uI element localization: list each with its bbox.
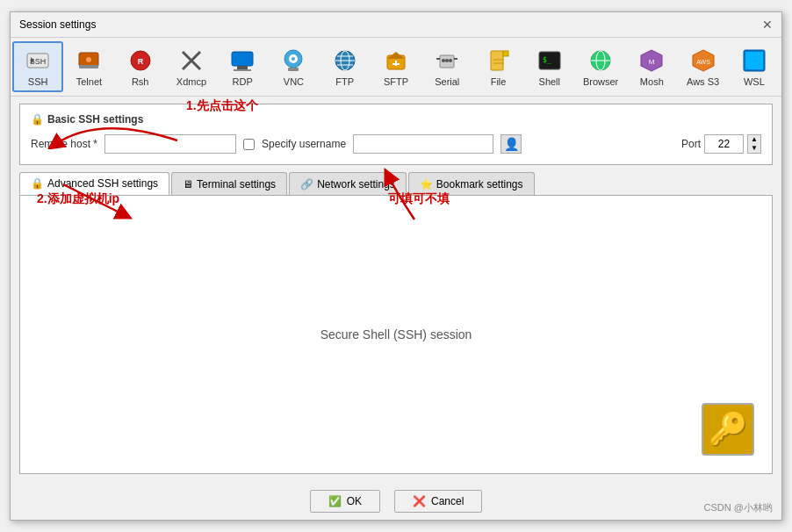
tab-terminal-icon: 🖥: [183, 178, 193, 191]
port-input[interactable]: [704, 134, 744, 154]
ssh-icon: SSH: [24, 47, 52, 75]
toolbar-item-telnet[interactable]: Telnet: [63, 41, 114, 92]
svg-rect-10: [232, 52, 253, 66]
file-label: File: [491, 76, 507, 87]
rdp-label: RDP: [233, 76, 253, 87]
telnet-icon: [75, 47, 103, 75]
svg-rect-48: [754, 52, 763, 61]
svg-point-15: [292, 57, 295, 61]
toolbar-item-serial[interactable]: Serial: [421, 41, 472, 92]
tab-bookmark[interactable]: ⭐ Bookmark settings: [408, 172, 535, 195]
toolbar-item-sftp[interactable]: SFTP: [371, 41, 421, 92]
remote-host-input[interactable]: [104, 134, 236, 154]
port-label: Port: [681, 138, 701, 150]
toolbar-item-awss3[interactable]: AWS Aws S3: [677, 41, 728, 92]
panel-title-icon: 🔒: [31, 113, 44, 126]
svg-rect-47: [745, 52, 754, 61]
tab-content-area: Secure Shell (SSH) session 🔑: [19, 195, 773, 474]
toolbar-item-xdmcp[interactable]: Xdmcp: [166, 41, 217, 92]
close-button[interactable]: ✕: [762, 18, 773, 32]
specify-username-checkbox[interactable]: [243, 139, 255, 150]
svg-rect-16: [288, 68, 299, 71]
awss3-label: Aws S3: [687, 76, 719, 87]
svg-point-5: [86, 57, 91, 62]
svg-point-30: [445, 59, 449, 62]
mosh-label: Mosh: [640, 76, 664, 87]
mosh-icon: M: [637, 47, 666, 75]
wsl-label: WSL: [744, 76, 765, 87]
rdp-icon: [228, 47, 256, 75]
dialog-title: Session settings: [19, 18, 96, 31]
ok-button[interactable]: ✅ OK: [310, 490, 380, 513]
svg-rect-34: [503, 51, 508, 56]
sftp-label: SFTP: [384, 76, 408, 87]
tab-bookmark-icon: ⭐: [420, 178, 433, 191]
svg-rect-11: [237, 66, 248, 69]
wsl-icon: [740, 47, 768, 75]
content-area: 1.先点击这个 🔒 Basic SSH settings Remote host…: [11, 97, 781, 481]
toolbar-item-rdp[interactable]: RDP: [217, 41, 268, 92]
toolbar-item-shell[interactable]: $_ Shell: [524, 41, 575, 92]
xdmcp-label: Xdmcp: [176, 76, 206, 87]
port-decrement-button[interactable]: ▼: [748, 144, 760, 153]
session-dialog: Session settings ✕ SSH SSH: [10, 11, 782, 521]
svg-text:M: M: [649, 58, 655, 66]
svg-point-31: [449, 59, 452, 62]
browser-icon: [587, 47, 615, 75]
browser-label: Browser: [583, 76, 618, 87]
tab-advanced-ssh[interactable]: 🔒 Advanced SSH settings: [19, 172, 169, 195]
tab-terminal-label: Terminal settings: [197, 178, 276, 191]
rsh-label: Rsh: [132, 76, 149, 87]
user-icon-button[interactable]: 👤: [500, 134, 522, 154]
vnc-label: VNC: [284, 76, 304, 87]
toolbar-item-browser[interactable]: Browser: [575, 41, 626, 92]
toolbar-item-rsh[interactable]: R Rsh: [115, 41, 166, 92]
toolbar-item-ftp[interactable]: FTP: [320, 41, 371, 92]
awss3-icon: AWS: [689, 47, 717, 75]
toolbar-item-wsl[interactable]: WSL: [729, 41, 780, 92]
toolbar-item-file[interactable]: File: [472, 41, 523, 92]
port-increment-button[interactable]: ▲: [748, 135, 760, 144]
cancel-icon: ❌: [413, 495, 426, 507]
toolbar: SSH SSH Telnet R: [11, 38, 781, 97]
file-icon: [485, 47, 513, 75]
specify-username-label[interactable]: Specify username: [262, 138, 346, 150]
serial-label: Serial: [435, 76, 459, 87]
svg-rect-50: [754, 61, 763, 69]
toolbar-item-ssh[interactable]: SSH SSH: [12, 41, 63, 92]
title-bar: Session settings ✕: [11, 12, 781, 38]
svg-rect-4: [79, 65, 98, 68]
vnc-icon: [279, 47, 307, 75]
toolbar-item-vnc[interactable]: VNC: [268, 41, 319, 92]
telnet-label: Telnet: [76, 76, 102, 87]
svg-rect-49: [745, 61, 754, 69]
svg-text:$_: $_: [543, 56, 551, 64]
tab-terminal[interactable]: 🖥 Terminal settings: [171, 172, 287, 195]
svg-text:AWS: AWS: [696, 59, 710, 65]
tab-bookmark-label: Bookmark settings: [436, 178, 523, 191]
username-input[interactable]: [353, 134, 493, 154]
toolbar-item-mosh[interactable]: M Mosh: [626, 41, 677, 92]
settings-row: Remote host * Specify username 👤 Port ▲ …: [31, 134, 761, 154]
tabs-bar: 🔒 Advanced SSH settings 🖥 Terminal setti…: [19, 172, 773, 195]
svg-point-29: [442, 59, 445, 62]
xdmcp-icon: [177, 47, 205, 75]
tab-advanced-ssh-icon: 🔒: [31, 177, 44, 190]
port-spinbutton: ▲ ▼: [747, 134, 761, 154]
ftp-label: FTP: [335, 76, 354, 87]
tab-network[interactable]: 🔗 Network settings: [289, 172, 407, 195]
shell-icon: $_: [536, 47, 564, 75]
cancel-button[interactable]: ❌ Cancel: [394, 490, 482, 513]
ftp-icon: [331, 47, 359, 75]
key-icon-large: 🔑: [702, 403, 754, 456]
port-section: Port ▲ ▼: [681, 134, 761, 154]
tab-advanced-ssh-label: Advanced SSH settings: [47, 177, 158, 190]
basic-settings-panel: 🔒 Basic SSH settings Remote host * Speci…: [19, 104, 773, 165]
sftp-icon: [382, 47, 410, 75]
svg-text:R: R: [137, 57, 143, 66]
ok-icon: ✅: [328, 495, 342, 507]
panel-title: 🔒 Basic SSH settings: [31, 113, 761, 126]
serial-icon: [433, 47, 461, 75]
ssh-label: SSH: [28, 76, 48, 87]
bottom-bar: ✅ OK ❌ Cancel: [11, 481, 781, 520]
